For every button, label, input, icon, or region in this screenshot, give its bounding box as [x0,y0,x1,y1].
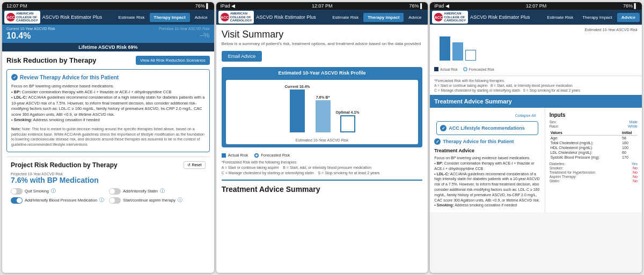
tab-estimate-risk-2[interactable]: Estimate Risk [328,13,363,22]
ipad-label-2: iPad ◀ [221,3,236,9]
screen2-main-content: Visit Summary Below is a summary of pati… [216,25,428,273]
aspirin-therapy-value: No [633,175,638,179]
hdl-value: 100 [621,145,638,150]
email-advice-btn[interactable]: Email Advice [222,51,262,62]
project-section-1: Project Risk Reduction by Therapy ↺ Rese… [6,157,210,208]
lifetime-label-1: Lifetime ASCVD Risk [78,44,127,50]
chart-legend: Actual Risk Forecasted Risk [222,153,423,158]
hdl-label: HDL Cholesterol (mg/dL): [550,145,621,150]
therapy-title-text-1: Review Therapy Advice for this Patient [20,75,119,80]
acc-logo-icon-2: ACC [221,13,229,21]
therapy-card-title-1: ✓ Review Therapy Advice for this Patient [11,74,205,80]
chart-bar-current: Current 10.4% [284,85,310,133]
therapy-card-1: ✓ Review Therapy Advice for this Patient… [6,69,210,152]
legend-forecast-icon [254,153,259,158]
smoker-value: No [633,166,638,170]
quit-smoking-switch[interactable] [11,188,23,195]
tab-advice-1[interactable]: Advice [191,13,212,22]
quit-smoking-info-icon: ⓘ [51,188,56,195]
app-title-1: ASCVD Risk Estimator Plus [42,14,114,20]
therapy-advice-title-text-3: Therapy Advice for this Patient [443,139,514,144]
nav-tabs-2: Estimate Risk Therapy Impact Advice [328,13,426,22]
mini-legend-actual: Actual Risk [434,67,458,71]
screen-3: iPad ◀ 12:07 PM 76% ▌ ACC AMERICANCOLLEG… [430,2,642,273]
table-row-ldl: LDL Cholesterol (mg/dL): 60 [550,150,638,155]
chart-title: Estimated 10-Year ASCVD Risk Profile [226,70,419,76]
therapy-toggles-1: Quit Smoking ⓘ Add/Intensify Statin ⓘ Ad… [11,188,206,204]
acc-logo-icon-1: ACC [6,13,15,21]
hypertension-row: Treatment for Hypertension: No [550,170,638,174]
mini-bar-2 [452,42,463,61]
bp-medication-label: Add/Intensify Blood Pressure Medication [25,198,97,203]
ldl-label: LDL Cholesterol (mg/dL): [550,150,621,155]
right-column: Inputs Sex: Male Race: White Values Init… [545,108,642,212]
input-race-row: Race: White [550,124,638,128]
screen-2: iPad ◀ 12:07 PM 76% ▌ ACC AMERICANCOLLEG… [216,2,428,273]
smoker-row: Smoker: No [550,166,638,170]
status-bar-1: ASCVD Risk Estimator Plus 12:07 PM 76% ▌ [2,2,214,10]
tab-therapy-impact-3[interactable]: Therapy Impact [578,13,617,22]
nav-header-3: ACC AMERICANCOLLEGE OFCARDIOLOGY ASCVD R… [430,10,642,25]
project-title-text-1: Project Risk Reduction by Therapy [11,161,118,169]
toggle-bp-medication: Add/Intensify Blood Pressure Medication … [11,197,107,204]
legend-actual-label: Actual Risk [228,153,248,158]
age-label: Age: [550,136,621,141]
nav-tabs-1: Estimate Risk Therapy Impact Advice [114,13,212,22]
total-chol-label: Total Cholesterol (mg/dL): [550,140,621,145]
diabetes-row: Diabetes: Yes [550,162,638,166]
tab-advice-3[interactable]: Advice [617,13,640,22]
table-row-total-chol: Total Cholesterol (mg/dL): 160 [550,140,638,145]
statin-row: Statin: No [550,179,638,183]
nav-tabs-3: Estimate Risk Therapy Impact Advice [543,13,640,22]
sbp-label: Systolic Blood Pressure (mg): [550,155,621,160]
acc-lifestyle-title-text: ACC Lifestyle Recommendations [449,125,525,131]
acc-logo-3: ACC AMERICANCOLLEGE OFCARDIOLOGY [432,11,468,24]
view-all-scenarios-btn[interactable]: View All Risk Reduction Scenarios [136,56,210,65]
risk-header-1: Current 10-Year ASCVD Risk 10.4% Previou… [2,25,214,43]
therapy-advice-title-3: ✓ Therapy Advice for this Patient [434,138,540,145]
bar-optimal-value: Optimal 4.1% [336,110,360,114]
acc-lifestyle-title: ✓ ACC Lifestyle Recommendations [440,125,534,131]
mini-bar-1 [440,36,450,61]
treatment-advice-text-3: Focus on BP lowering using evidence base… [434,155,540,208]
diabetes-value: Yes [632,162,638,166]
mini-legend-forecast-icon [463,67,467,71]
screen-1: ASCVD Risk Estimator Plus 12:07 PM 76% ▌… [2,2,214,273]
tab-therapy-impact-2[interactable]: Therapy Impact [363,13,404,22]
tab-therapy-impact-1[interactable]: Therapy Impact [150,13,190,22]
aspirin-switch[interactable] [109,197,121,204]
bp-medication-info-icon: ⓘ [99,197,104,204]
age-value: 58 [621,136,638,141]
bar-forecast-value: 7.6% B* [316,95,330,99]
input-race-value: White [628,124,638,128]
bp-medication-switch[interactable] [11,197,23,204]
tab-estimate-risk-3[interactable]: Estimate Risk [543,13,577,22]
add-statin-switch[interactable] [109,188,121,195]
diabetes-label: Diabetes: [550,162,566,166]
chart-bar-forecast: 7.6% B* [316,95,331,133]
table-row-age: Age: 58 [550,136,638,141]
status-time-2: 12:07 PM [312,3,333,9]
current-risk-label-1: Current 10-Year ASCVD Risk [6,27,107,31]
legend-actual-icon [222,153,226,158]
legend-actual-risk: Actual Risk [222,153,248,158]
aspirin-therapy-label: Aspirin Therapy: [550,175,577,179]
prev-risk-value-1: –% [200,31,210,39]
status-time-display-1: 12:07 PM [6,3,27,9]
toggle-add-statin: Add/Intensify Statin ⓘ [109,188,205,195]
bar-optimal [340,115,355,132]
statin-value: No [633,179,638,183]
reset-btn-1[interactable]: ↺ Reset [184,161,205,169]
collapse-all-link[interactable]: Collapse All [434,112,540,119]
acc-lifestyle-icon: ✓ [440,125,447,131]
mini-chart-footnote: *Forecasted Risk with the following ther… [430,76,642,95]
table-row-hdl: HDL Cholesterol (mg/dL): 100 [550,145,638,150]
legend-forecasted-risk: Forecasted Risk [254,153,290,158]
bar-current-value: Current 10.4% [284,85,310,88]
ascvd-chart: Estimated 10-Year ASCVD Risk Profile Cur… [222,67,423,147]
add-statin-info-icon: ⓘ [160,188,165,195]
tab-estimate-risk-1[interactable]: Estimate Risk [114,13,149,22]
input-sex-label: Sex: [550,120,557,124]
risk-reduction-header: Risk Reduction by Therapy View All Risk … [6,56,210,65]
tab-advice-2[interactable]: Advice [404,13,426,22]
